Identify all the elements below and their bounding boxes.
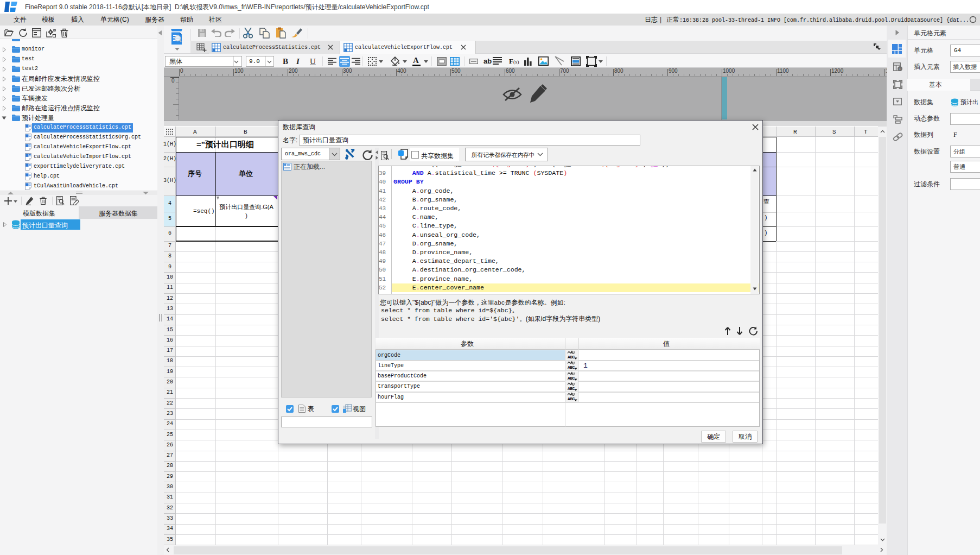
svg-text:i: i <box>900 67 901 71</box>
svg-text:ABC: ABC <box>568 396 575 401</box>
svg-text:ABC: ABC <box>568 365 575 370</box>
svg-text:ABC: ABC <box>568 375 575 380</box>
svg-text:ABC: ABC <box>568 355 575 360</box>
svg-text:ABC: ABC <box>568 386 575 390</box>
